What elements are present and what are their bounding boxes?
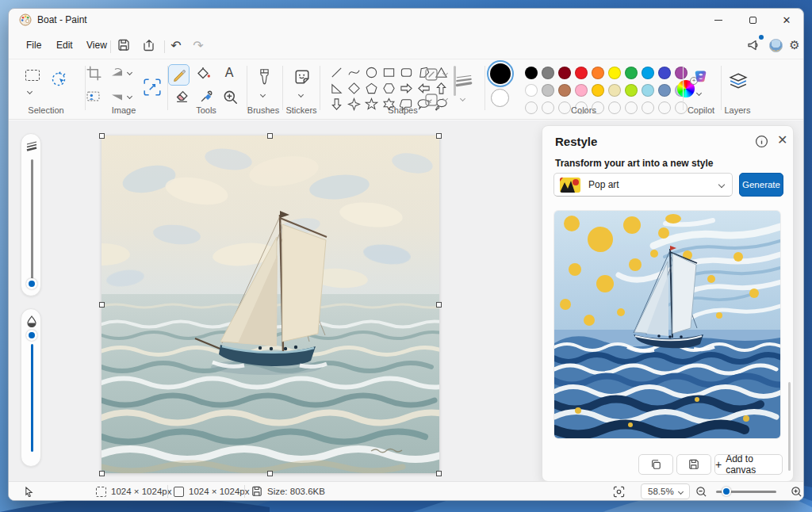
shape-outline-button[interactable] bbox=[424, 67, 439, 82]
style-dropdown[interactable]: Pop art bbox=[553, 173, 733, 197]
undo-button[interactable]: ↶ bbox=[167, 36, 185, 54]
close-button[interactable]: ✕ bbox=[770, 9, 803, 31]
color-swatch-empty[interactable] bbox=[625, 101, 638, 114]
foreground-color-well[interactable] bbox=[489, 63, 511, 85]
color-swatch[interactable] bbox=[558, 84, 571, 97]
shape-fill-dropdown[interactable] bbox=[443, 97, 447, 101]
color-picker-button[interactable] bbox=[200, 90, 213, 103]
text-tool-button[interactable]: A bbox=[221, 65, 237, 81]
magnifier-tool-button[interactable] bbox=[223, 90, 238, 105]
rect-select-button[interactable] bbox=[21, 66, 44, 85]
color-swatch-empty[interactable] bbox=[642, 101, 654, 114]
resize-handle-e[interactable] bbox=[436, 302, 442, 308]
crop-button[interactable] bbox=[86, 66, 102, 81]
color-swatch[interactable] bbox=[592, 67, 604, 79]
shape-arrow-down[interactable] bbox=[327, 96, 345, 112]
color-swatch-empty[interactable] bbox=[525, 101, 538, 114]
copy-result-button[interactable] bbox=[638, 454, 673, 475]
color-swatch[interactable] bbox=[575, 67, 588, 79]
size-slider-track[interactable] bbox=[31, 159, 33, 281]
selection-dropdown[interactable] bbox=[28, 90, 32, 94]
resize-handle-nw[interactable] bbox=[99, 133, 105, 139]
redo-button[interactable]: ↷ bbox=[190, 36, 207, 54]
save-button[interactable] bbox=[115, 36, 132, 54]
resize-handle-sw[interactable] bbox=[99, 471, 105, 476]
color-swatch[interactable] bbox=[658, 67, 671, 79]
color-swatch[interactable] bbox=[625, 67, 638, 79]
shape-diamond[interactable] bbox=[345, 80, 362, 96]
maximize-button[interactable] bbox=[736, 9, 769, 31]
eraser-tool-button[interactable] bbox=[175, 90, 189, 103]
generate-button[interactable]: Generate bbox=[739, 173, 783, 197]
feedback-button[interactable] bbox=[745, 36, 762, 54]
shape-hexagon[interactable] bbox=[380, 80, 397, 96]
shape-oval[interactable] bbox=[362, 64, 380, 80]
shape-right-triangle[interactable] bbox=[327, 80, 345, 96]
add-to-canvas-button[interactable]: + Add to canvas bbox=[714, 454, 783, 475]
shape-pentagon[interactable] bbox=[362, 80, 380, 96]
resize-handle-s[interactable] bbox=[267, 471, 273, 476]
color-swatch[interactable] bbox=[575, 84, 588, 97]
brushes-dropdown[interactable] bbox=[261, 93, 265, 97]
color-swatch[interactable] bbox=[608, 84, 621, 97]
resize-image-button[interactable] bbox=[140, 75, 164, 99]
stickers-dropdown[interactable] bbox=[299, 93, 303, 97]
shape-rectangle[interactable] bbox=[380, 64, 397, 80]
flip-button[interactable] bbox=[110, 90, 124, 105]
color-swatch[interactable] bbox=[542, 84, 554, 97]
minimize-button[interactable] bbox=[702, 9, 735, 31]
panel-close-button[interactable]: ✕ bbox=[777, 132, 787, 147]
shape-arrow-right[interactable] bbox=[397, 80, 415, 96]
color-swatch-empty[interactable] bbox=[658, 101, 671, 114]
color-swatch[interactable] bbox=[592, 84, 604, 97]
panel-scrollbar[interactable] bbox=[788, 382, 791, 471]
layers-button[interactable] bbox=[724, 71, 753, 91]
color-swatch[interactable] bbox=[642, 84, 654, 97]
color-swatch[interactable] bbox=[558, 67, 571, 79]
free-select-button[interactable] bbox=[48, 69, 69, 90]
rotate-button[interactable] bbox=[110, 66, 124, 81]
resize-handle-n[interactable] bbox=[267, 133, 273, 139]
resize-handle-ne[interactable] bbox=[436, 133, 442, 139]
zoom-out-button[interactable] bbox=[695, 482, 707, 501]
shape-line[interactable] bbox=[327, 64, 345, 80]
remove-background-button[interactable] bbox=[86, 90, 100, 103]
stroke-size-dropdown[interactable] bbox=[461, 97, 465, 101]
save-result-button[interactable] bbox=[676, 454, 711, 475]
color-swatch[interactable] bbox=[542, 67, 554, 79]
color-swatch[interactable] bbox=[642, 67, 654, 79]
opacity-slider-thumb[interactable] bbox=[26, 330, 37, 341]
zoom-slider-thumb[interactable] bbox=[722, 487, 731, 496]
zoom-level-dropdown[interactable]: 58.5% bbox=[641, 483, 690, 499]
account-button[interactable] bbox=[767, 36, 784, 54]
shape-curve[interactable] bbox=[345, 64, 362, 80]
color-swatch[interactable] bbox=[525, 67, 538, 79]
canvas[interactable] bbox=[102, 136, 439, 473]
shape-four-point-star[interactable] bbox=[345, 96, 362, 112]
share-button[interactable] bbox=[140, 36, 158, 54]
menu-file[interactable]: File bbox=[20, 37, 48, 53]
color-swatch[interactable] bbox=[608, 67, 621, 79]
opacity-slider-track[interactable] bbox=[31, 344, 33, 452]
shape-rounded-rectangle[interactable] bbox=[397, 64, 415, 80]
resize-handle-w[interactable] bbox=[99, 302, 105, 308]
shape-outline-dropdown[interactable] bbox=[443, 71, 447, 75]
color-swatch-empty[interactable] bbox=[542, 101, 554, 114]
color-swatch[interactable] bbox=[525, 84, 538, 97]
rotate-dropdown[interactable] bbox=[128, 71, 132, 75]
color-swatch[interactable] bbox=[658, 84, 671, 97]
brushes-button[interactable] bbox=[255, 66, 274, 88]
zoom-in-button[interactable] bbox=[791, 482, 802, 501]
menu-edit[interactable]: Edit bbox=[50, 37, 79, 53]
background-color-well[interactable] bbox=[491, 89, 510, 108]
pencil-tool-button[interactable] bbox=[168, 64, 190, 86]
copilot-button[interactable] bbox=[684, 67, 718, 88]
copilot-dropdown[interactable] bbox=[697, 91, 701, 95]
size-slider-thumb[interactable] bbox=[26, 278, 37, 289]
menu-view[interactable]: View bbox=[80, 37, 113, 53]
fit-to-screen-button[interactable] bbox=[613, 482, 625, 501]
info-icon[interactable] bbox=[755, 135, 768, 148]
stickers-button[interactable] bbox=[293, 67, 312, 86]
flip-dropdown[interactable] bbox=[128, 94, 132, 98]
settings-button[interactable]: ⚙ bbox=[786, 36, 803, 54]
